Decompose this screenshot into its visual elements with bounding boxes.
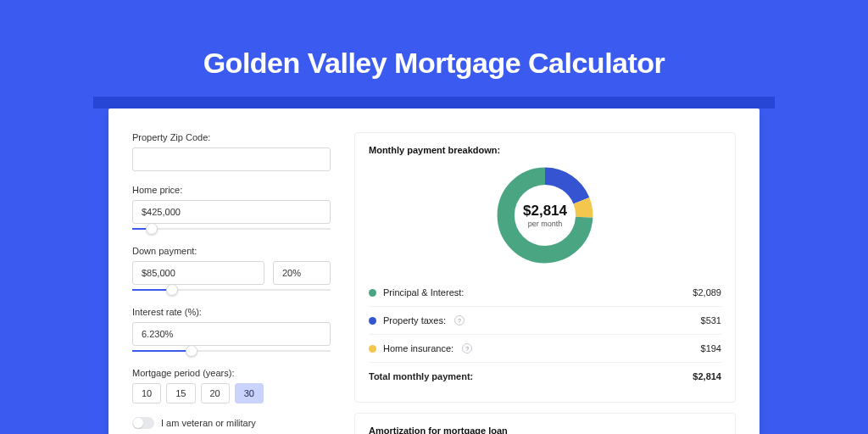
page-title: Golden Valley Mortgage Calculator	[203, 47, 665, 80]
interest-rate-field: Interest rate (%):	[132, 307, 331, 354]
home-price-label: Home price:	[132, 185, 331, 195]
period-btn-30[interactable]: 30	[235, 383, 264, 403]
down-payment-amount-input[interactable]	[132, 261, 264, 285]
zip-label: Property Zip Code:	[132, 132, 331, 142]
donut-chart: $2,814 per month	[369, 164, 721, 267]
interest-rate-input[interactable]	[132, 322, 331, 346]
donut-sub: per month	[528, 220, 563, 228]
down-payment-field: Down payment:	[132, 246, 331, 293]
home-price-field: Home price:	[132, 185, 331, 232]
slider-thumb[interactable]	[146, 223, 158, 235]
breakdown-label: Property taxes:	[383, 315, 446, 326]
interest-rate-label: Interest rate (%):	[132, 307, 331, 317]
breakdown-label: Home insurance:	[383, 343, 453, 353]
breakdown-panel: Monthly payment breakdown: $2,814 per mo…	[354, 132, 736, 403]
period-btn-15[interactable]: 15	[166, 383, 195, 403]
info-icon[interactable]: ?	[462, 343, 472, 353]
zip-field: Property Zip Code:	[132, 132, 331, 171]
veteran-toggle[interactable]	[132, 417, 154, 429]
down-payment-slider[interactable]	[132, 287, 331, 293]
toggle-knob	[133, 418, 143, 428]
period-label: Mortgage period (years):	[132, 368, 331, 378]
donut-value: $2,814	[523, 203, 567, 220]
breakdown-label: Principal & Interest:	[383, 287, 464, 298]
amortization-title: Amortization for mortgage loan	[369, 426, 721, 434]
breakdown-row: Home insurance:?$194	[369, 334, 721, 362]
interest-rate-slider[interactable]	[132, 348, 331, 354]
breakdown-title: Monthly payment breakdown:	[369, 145, 721, 155]
breakdown-value: $531	[701, 315, 721, 326]
veteran-label: I am veteran or military	[161, 418, 256, 428]
form-column: Property Zip Code: Home price: Down paym…	[132, 132, 331, 434]
down-payment-label: Down payment:	[132, 246, 331, 256]
legend-dot	[369, 317, 376, 325]
breakdown-row: Principal & Interest:$2,089	[369, 279, 721, 306]
down-payment-percent-input[interactable]	[273, 261, 331, 285]
breakdown-value: $2,089	[693, 287, 721, 298]
slider-thumb[interactable]	[166, 284, 178, 296]
period-btn-10[interactable]: 10	[132, 383, 161, 403]
zip-input[interactable]	[132, 147, 331, 171]
total-value: $2,814	[693, 371, 721, 381]
period-btn-20[interactable]: 20	[201, 383, 230, 403]
period-field: Mortgage period (years): 10152030	[132, 368, 331, 403]
veteran-row: I am veteran or military	[132, 417, 331, 429]
accent-band	[93, 97, 775, 108]
legend-dot	[369, 289, 376, 297]
legend-dot	[369, 345, 376, 353]
amortization-panel: Amortization for mortgage loan Amortizat…	[354, 413, 736, 434]
results-column: Monthly payment breakdown: $2,814 per mo…	[354, 132, 736, 434]
home-price-slider[interactable]	[132, 225, 331, 232]
home-price-input[interactable]	[132, 200, 331, 224]
breakdown-value: $194	[701, 343, 721, 353]
breakdown-row: Property taxes:?$531	[369, 306, 721, 334]
breakdown-total-row: Total monthly payment: $2,814	[369, 362, 721, 390]
calculator-card: Property Zip Code: Home price: Down paym…	[108, 108, 760, 434]
total-label: Total monthly payment:	[369, 371, 473, 381]
slider-thumb[interactable]	[186, 345, 198, 357]
info-icon[interactable]: ?	[454, 315, 465, 326]
